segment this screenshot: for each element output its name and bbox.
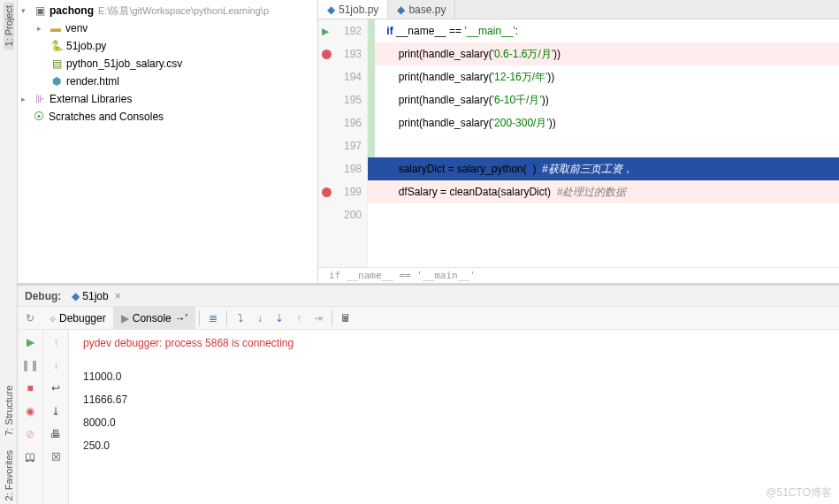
chevron-right-icon[interactable]: ▸	[37, 24, 46, 33]
editor-tab[interactable]: ◆ base.py	[388, 0, 455, 19]
breakpoint-icon[interactable]	[322, 50, 332, 59]
code-line[interactable]: print(handle_salary('6-10千/月'))	[368, 88, 839, 111]
code-line[interactable]: dfSalary = cleanData(salaryDict) #处理过的数据	[368, 180, 839, 203]
stop-button[interactable]: ■	[21, 379, 39, 397]
console-line: 11000.0	[83, 365, 825, 388]
step-over-button[interactable]: ⤵	[231, 309, 250, 328]
code-line[interactable]	[368, 134, 839, 157]
code-line[interactable]: salaryDict = salary_python(3) #获取前三页工资，	[368, 157, 839, 180]
main-area: ▾ ▣ pachong E:\陈晨\gitWorkspace\pythonLea…	[18, 0, 839, 504]
code-line[interactable]: if __name__ == '__main__':	[368, 19, 839, 42]
force-step-into-button[interactable]: ⇣	[270, 309, 289, 328]
code-line[interactable]: print(handle_salary('12-16万/年'))	[368, 65, 839, 88]
console-line: 11666.67	[83, 388, 825, 411]
view-breakpoints-button[interactable]: ◉	[21, 402, 39, 420]
tree-file-csv[interactable]: ▤ python_51job_salary.csv	[18, 55, 317, 73]
soft-wrap-button[interactable]: ↩	[47, 379, 65, 397]
project-pane: ▾ ▣ pachong E:\陈晨\gitWorkspace\pythonLea…	[18, 0, 318, 283]
html-file-icon: ⬢	[50, 74, 64, 88]
console-icon: ▶	[121, 312, 129, 325]
tree-scratches[interactable]: ⦿ Scratches and Consoles	[18, 108, 317, 126]
step-out-button[interactable]: ↑	[289, 309, 309, 328]
project-tree[interactable]: ▾ ▣ pachong E:\陈晨\gitWorkspace\pythonLea…	[18, 0, 317, 283]
folder-icon: ▣	[33, 4, 47, 18]
favorites-tool-tab[interactable]: 2: Favorites	[4, 447, 14, 504]
debug-panel: Debug: ◆ 51job × ↻ ⟐ Debugger ▶ Console …	[18, 283, 839, 504]
run-to-cursor-button[interactable]: ⇥	[309, 309, 328, 328]
code-line[interactable]: print(handle_salary('200-300/月'))	[368, 111, 839, 134]
chevron-right-icon[interactable]: ▸	[21, 95, 30, 103]
editor-pane: ◆ 51job.py ◆ base.py 192▶193194195196197…	[318, 0, 839, 283]
debug-header: Debug: ◆ 51job ×	[18, 286, 839, 307]
evaluate-button[interactable]: 🖩	[336, 309, 355, 328]
up-stack-button[interactable]: ↑	[47, 333, 65, 351]
tree-venv[interactable]: ▸ ▬ venv	[18, 19, 317, 37]
pause-button[interactable]: ❚❚	[21, 356, 39, 374]
mute-breakpoints-button[interactable]: ⊘	[21, 425, 39, 443]
debugger-icon: ⟐	[50, 312, 56, 325]
csv-file-icon: ▤	[50, 57, 64, 71]
project-tool-tab[interactable]: 1: Project	[4, 2, 14, 50]
breakpoint-icon[interactable]	[322, 187, 332, 197]
watermark: @51CTO博客	[766, 485, 832, 500]
python-file-icon: ◆	[72, 290, 80, 302]
rerun-button[interactable]: ↻	[18, 309, 42, 327]
debug-side-toolbar: ▶ ❚❚ ■ ◉ ⊘ 🕮 ↑ ↓ ↩ ⤓ 🖶 ☒	[18, 330, 69, 504]
print-button[interactable]: 🖶	[47, 425, 65, 443]
console-line: 250.0	[83, 434, 825, 457]
close-icon[interactable]: ×	[115, 290, 121, 302]
step-into-button[interactable]: ↓	[250, 309, 270, 328]
tree-file-html[interactable]: ⬢ render.html	[18, 73, 317, 90]
tree-external-libs[interactable]: ▸ ⊪ External Libraries	[18, 90, 317, 108]
run-gutter-icon[interactable]: ▶	[322, 26, 329, 37]
settings-button[interactable]: 🕮	[21, 448, 39, 466]
console-tab[interactable]: ▶ Console →'	[114, 307, 195, 329]
chevron-down-icon[interactable]: ▾	[21, 6, 30, 15]
resume-button[interactable]: ▶	[21, 333, 39, 351]
left-tool-strip: 1: Project 7: Structure 2: Favorites	[0, 0, 18, 504]
python-file-icon: ◆	[397, 4, 405, 16]
gutter[interactable]: 192▶193194195196197198199200	[318, 19, 368, 267]
clear-button[interactable]: ☒	[47, 448, 65, 466]
show-frames-button[interactable]: ≣	[203, 309, 223, 328]
down-stack-button[interactable]: ↓	[47, 356, 65, 374]
code-line[interactable]: print(handle_salary('0.6-1.6万/月'))	[368, 42, 839, 65]
editor-tab-bar: ◆ 51job.py ◆ base.py	[318, 0, 839, 19]
tree-root[interactable]: ▾ ▣ pachong E:\陈晨\gitWorkspace\pythonLea…	[18, 2, 317, 19]
console-line: 8000.0	[83, 411, 825, 434]
editor-tab[interactable]: ◆ 51job.py	[318, 0, 388, 19]
debug-label: Debug:	[25, 290, 61, 302]
scratches-icon: ⦿	[32, 110, 46, 124]
scroll-end-button[interactable]: ⤓	[47, 402, 65, 420]
debug-run-tab[interactable]: ◆ 51job ×	[66, 290, 126, 302]
debug-toolbar: ↻ ⟐ Debugger ▶ Console →' ≣ ⤵ ↓ ⇣ ↑ ⇥ 🖩	[18, 307, 839, 330]
python-file-icon: 🐍	[50, 39, 64, 53]
breadcrumb[interactable]: if __name__ == '__main__'	[318, 267, 839, 283]
tree-file-py[interactable]: 🐍 51job.py	[18, 37, 317, 55]
console-output[interactable]: pydev debugger: process 5868 is connecti…	[69, 330, 839, 504]
python-file-icon: ◆	[327, 4, 335, 16]
structure-tool-tab[interactable]: 7: Structure	[4, 382, 14, 439]
code-line[interactable]	[368, 203, 839, 226]
folder-icon: ▬	[49, 21, 63, 35]
code-editor[interactable]: 192▶193194195196197198199200 if __name__…	[318, 19, 839, 267]
debugger-tab[interactable]: ⟐ Debugger	[42, 307, 114, 329]
library-icon: ⊪	[33, 92, 47, 106]
debugger-message: pydev debugger: process 5868 is connecti…	[83, 337, 825, 349]
